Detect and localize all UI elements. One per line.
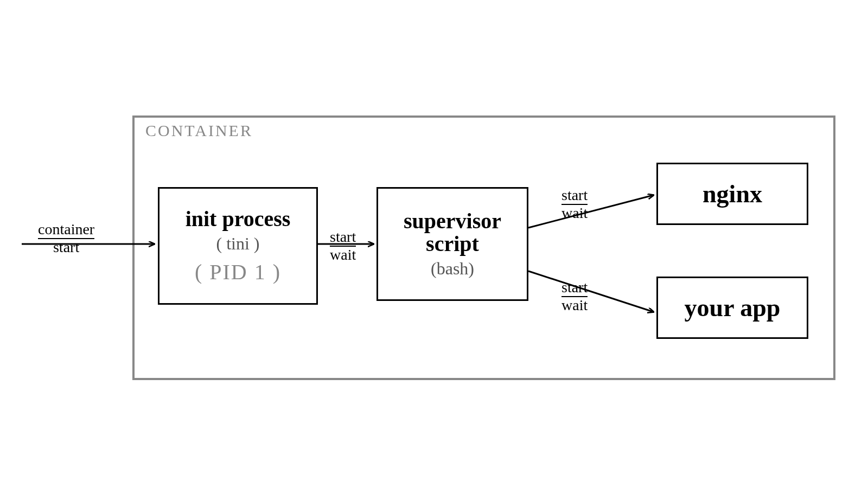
box-your-app: your app bbox=[656, 277, 808, 339]
supervisor-title-1: supervisor bbox=[404, 210, 501, 233]
box-supervisor-script: supervisor script (bash) bbox=[376, 187, 528, 301]
edge-label-supervisor-to-app: start wait bbox=[561, 279, 588, 314]
container-label: CONTAINER bbox=[145, 121, 253, 140]
app-title: your app bbox=[685, 293, 781, 322]
nginx-title: nginx bbox=[703, 179, 762, 208]
supervisor-title-2: script bbox=[426, 233, 479, 255]
box-init-process: init process ( tini ) ( PID 1 ) bbox=[158, 187, 318, 305]
supervisor-sub: (bash) bbox=[431, 259, 474, 279]
init-sub: ( tini ) bbox=[216, 234, 260, 254]
init-pid: ( PID 1 ) bbox=[195, 259, 281, 285]
box-nginx: nginx bbox=[656, 163, 808, 225]
init-title: init process bbox=[186, 208, 291, 230]
edge-label-init-to-supervisor: start wait bbox=[330, 229, 356, 264]
edge-label-container-start: container start bbox=[38, 221, 94, 256]
edge-label-supervisor-to-nginx: start wait bbox=[561, 187, 588, 222]
